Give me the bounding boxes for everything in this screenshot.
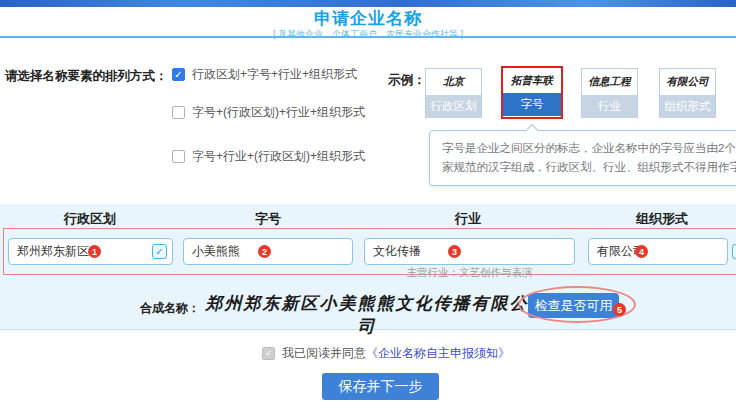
checkbox-checked-icon[interactable] <box>172 68 185 81</box>
example-card-tradename-selected[interactable]: 拓普车联 字号 <box>501 66 563 119</box>
industry-field-wrapper: 3 <box>364 238 575 265</box>
checkbox-unchecked-icon[interactable] <box>172 150 185 163</box>
arrangement-label: 请选择名称要素的排列方式： <box>5 68 168 85</box>
agreement-notice-link[interactable]: 《企业名称自主申报须知》 <box>366 345 510 362</box>
composed-name-value: 郑州郑东新区小美熊熊文化传播有限公司 <box>202 292 532 338</box>
example-card-name: 拓普车联 <box>503 68 561 93</box>
example-card-region[interactable]: 北京 行政区划 <box>425 68 482 118</box>
arrangement-option-label: 行政区划+字号+行业+组织形式 <box>192 66 357 83</box>
step-badge-2: 2 <box>258 245 271 258</box>
main-industry-note: 主营行业：文艺创作与表演 <box>364 266 575 280</box>
page-subtitle: [ 及其他企业、个体工商户、农民专业合作社等 ] <box>0 29 736 40</box>
page-header: 申请企业名称 [ 及其他企业、个体工商户、农民专业合作社等 ] <box>0 7 736 38</box>
step-badge-3: 3 <box>448 245 461 258</box>
example-card-industry[interactable]: 信息工程 行业 <box>581 68 638 118</box>
example-card-category: 行业 <box>582 95 637 118</box>
agreement-checkbox-icon[interactable] <box>262 347 275 360</box>
example-card-category: 字号 <box>503 93 561 116</box>
example-label: 示例： <box>388 72 426 89</box>
step-badge-4: 4 <box>635 245 648 258</box>
arrangement-option-label: 字号+(行政区划)+行业+组织形式 <box>192 104 365 121</box>
step-badge-5: 5 <box>613 303 626 316</box>
column-header-industry: 行业 <box>428 210 508 228</box>
page-title: 申请企业名称 <box>0 9 736 29</box>
example-card-name: 有限公司 <box>660 69 715 95</box>
example-card-name: 信息工程 <box>582 69 637 95</box>
orgform-picker-icon[interactable] <box>732 244 736 259</box>
tradename-tooltip: 字号是企业之间区分的标志，企业名称中的字号应当由2个或2个以上符合国 家规范的汉… <box>429 130 736 186</box>
example-card-category: 组织形式 <box>660 95 715 118</box>
check-availability-button[interactable]: 检查是否可用 <box>528 293 619 318</box>
example-card-orgform[interactable]: 有限公司 组织形式 <box>659 68 716 118</box>
orgform-input[interactable] <box>588 238 728 265</box>
region-field-wrapper: 1 <box>8 238 173 265</box>
app-window: 申请企业名称 [ 及其他企业、个体工商户、农民专业合作社等 ] 请选择名称要素的… <box>0 0 736 405</box>
tradename-field-wrapper: 2 <box>183 238 353 265</box>
example-card-category: 行政区划 <box>426 95 481 118</box>
composed-name-label: 合成名称： <box>140 300 200 317</box>
top-banner-strip <box>0 0 736 7</box>
step-badge-1: 1 <box>88 245 101 258</box>
region-picker-icon[interactable] <box>152 244 167 259</box>
industry-input[interactable] <box>364 238 575 265</box>
column-header-orgform: 组织形式 <box>622 210 702 228</box>
arrangement-option-label: 字号+行业+(行政区划)+组织形式 <box>192 148 365 165</box>
example-card-name: 北京 <box>426 69 481 95</box>
arrangement-option-3[interactable]: 字号+行业+(行政区划)+组织形式 <box>172 148 365 165</box>
agreement-text: 我已阅读并同意 <box>282 345 366 362</box>
agreement-row: 我已阅读并同意 《企业名称自主申报须知》 <box>262 345 510 362</box>
checkbox-unchecked-icon[interactable] <box>172 106 185 119</box>
arrangement-option-2[interactable]: 字号+(行政区划)+行业+组织形式 <box>172 104 365 121</box>
column-header-region: 行政区划 <box>50 210 130 228</box>
arrangement-option-1[interactable]: 行政区划+字号+行业+组织形式 <box>172 66 357 83</box>
orgform-field-wrapper: 4 <box>588 238 728 265</box>
column-header-tradename: 字号 <box>228 210 308 228</box>
save-next-button[interactable]: 保存并下一步 <box>322 373 439 400</box>
